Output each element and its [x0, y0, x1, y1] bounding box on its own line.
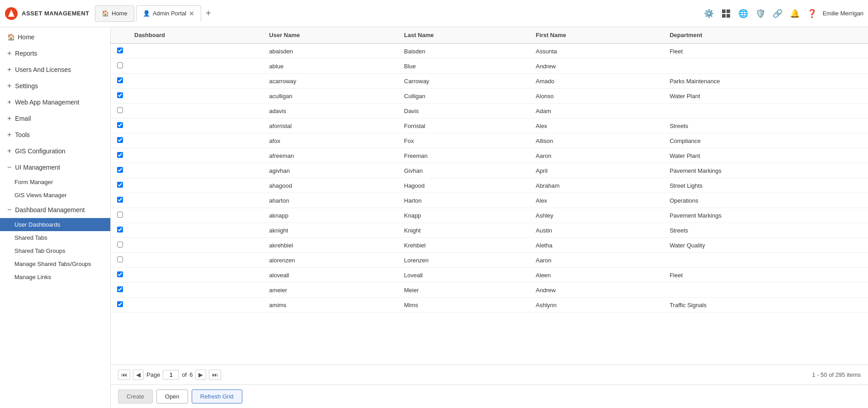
cell-username: amims — [264, 298, 398, 313]
sidebar-item-settings[interactable]: + Settings — [0, 78, 110, 94]
cell-username: adavis — [264, 104, 398, 119]
row-checkbox[interactable] — [117, 62, 123, 68]
shield-icon[interactable]: 🛡️ — [754, 7, 767, 20]
action-bar: Create Open Refresh Grid — [111, 384, 868, 408]
page-number-input[interactable] — [163, 370, 179, 380]
expand-icon-ui: − — [7, 163, 11, 171]
page-first-button[interactable]: ⏮ — [118, 370, 130, 380]
sidebar-item-tools[interactable]: + Tools — [0, 127, 110, 143]
row-checkbox[interactable] — [117, 271, 123, 277]
sidebar-item-manage-links[interactable]: Manage Links — [14, 270, 110, 284]
tab-close-button[interactable]: ✕ — [189, 10, 194, 17]
link-icon[interactable]: 🔗 — [771, 7, 784, 20]
table-row: acarrowayCarrowayAmadoParks Maintenance — [111, 74, 868, 89]
globe-icon[interactable]: 🌐 — [737, 7, 750, 20]
row-checkbox[interactable] — [117, 77, 123, 83]
row-checkbox[interactable] — [117, 242, 123, 247]
row-checkbox[interactable] — [117, 197, 123, 203]
row-checkbox-cell — [111, 223, 129, 238]
cell-username: ameier — [264, 283, 398, 298]
table-row: akrehbielKrehbielAlethaWater Quality — [111, 238, 868, 253]
grid-scroll[interactable]: Dashboard User Name Last Name First Name… — [111, 27, 868, 365]
refresh-grid-button[interactable]: Refresh Grid — [192, 389, 242, 403]
cell-dashboard — [129, 89, 264, 104]
row-checkbox[interactable] — [117, 212, 123, 218]
cell-department: Parks Maintenance — [664, 74, 868, 89]
sidebar-dashboard-label: Dashboard Management — [15, 206, 85, 213]
row-checkbox[interactable] — [117, 122, 123, 128]
top-icons: ⚙️ 🌐 🛡️ 🔗 🔔 ❓ Emilie Merrigan — [703, 7, 863, 20]
help-icon[interactable]: ❓ — [806, 7, 818, 20]
svg-rect-2 — [722, 9, 726, 13]
cell-dashboard — [129, 119, 264, 133]
bell-icon[interactable]: 🔔 — [788, 7, 801, 20]
cell-firstname: Ashlynn — [530, 298, 664, 313]
cell-username: aknapp — [264, 208, 398, 223]
sidebar-item-user-dashboards[interactable]: User Dashboards — [0, 218, 110, 231]
cell-department: Street Lights — [664, 178, 868, 193]
cell-username: akrehbiel — [264, 238, 398, 253]
page-next-button[interactable]: ▶ — [195, 370, 206, 380]
cell-lastname: Freeman — [399, 148, 530, 163]
cell-department: Traffic Signals — [664, 298, 868, 313]
sidebar-item-gis-views[interactable]: GIS Views Manager — [14, 189, 110, 202]
sidebar-item-ui-management[interactable]: − UI Management — [0, 159, 110, 176]
row-checkbox-cell — [111, 104, 129, 119]
sidebar-item-gis-config[interactable]: + GIS Configuration — [0, 143, 110, 159]
sidebar-item-shared-tabs[interactable]: Shared Tabs — [14, 231, 110, 244]
row-checkbox-cell — [111, 163, 129, 178]
row-checkbox[interactable] — [117, 286, 123, 292]
row-checkbox[interactable] — [117, 182, 123, 188]
sidebar-item-home[interactable]: 🏠 Home — [0, 29, 110, 45]
page-last-button[interactable]: ⏭ — [209, 370, 221, 380]
row-checkbox[interactable] — [117, 107, 123, 113]
logo-area: ASSET MANAGEMENT — [5, 7, 95, 20]
sidebar-item-manage-shared[interactable]: Manage Shared Tabs/Groups — [14, 257, 110, 270]
cell-firstname: Andrew — [530, 59, 664, 74]
row-checkbox-cell — [111, 119, 129, 133]
grid-view-icon[interactable] — [720, 7, 732, 20]
row-checkbox[interactable] — [117, 256, 123, 262]
cell-department: Water Plant — [664, 148, 868, 163]
new-tab-button[interactable]: + — [203, 8, 214, 19]
cell-lastname: Harton — [399, 193, 530, 208]
tab-admin-portal[interactable]: 👤 Admin Portal ✕ — [136, 5, 201, 22]
row-checkbox[interactable] — [117, 167, 123, 173]
row-checkbox[interactable] — [117, 47, 123, 53]
tab-home[interactable]: 🏠 Home — [95, 5, 134, 22]
sidebar-item-webapp[interactable]: + Web App Management — [0, 94, 110, 110]
table-row: ahartonHartonAlexOperations — [111, 193, 868, 208]
settings-icon[interactable]: ⚙️ — [703, 7, 715, 20]
cell-department — [664, 59, 868, 74]
sidebar-item-users-licenses[interactable]: + Users And Licenses — [0, 62, 110, 78]
cell-firstname: Austin — [530, 223, 664, 238]
row-checkbox[interactable] — [117, 92, 123, 98]
row-checkbox[interactable] — [117, 301, 123, 307]
row-checkbox[interactable] — [117, 227, 123, 232]
cell-dashboard — [129, 43, 264, 59]
sidebar-item-form-manager[interactable]: Form Manager — [14, 176, 110, 189]
sidebar-item-shared-tab-groups[interactable]: Shared Tab Groups — [14, 244, 110, 257]
table-row: aknightKnightAustinStreets — [111, 223, 868, 238]
row-checkbox[interactable] — [117, 137, 123, 143]
table-row: abaisdenBaisdenAssuntaFleet — [111, 43, 868, 59]
page-prev-button[interactable]: ◀ — [133, 370, 144, 380]
sidebar-item-email[interactable]: + Email — [0, 110, 110, 127]
row-checkbox[interactable] — [117, 152, 123, 158]
row-checkbox-cell — [111, 43, 129, 59]
open-button[interactable]: Open — [156, 389, 188, 403]
cell-firstname: Alex — [530, 119, 664, 133]
cell-firstname: April — [530, 163, 664, 178]
sidebar-item-reports[interactable]: + Reports — [0, 45, 110, 62]
sidebar-item-dashboard-mgmt[interactable]: − Dashboard Management — [0, 202, 110, 218]
cell-dashboard — [129, 193, 264, 208]
cell-username: aknight — [264, 223, 398, 238]
cell-dashboard — [129, 148, 264, 163]
create-button[interactable]: Create — [118, 389, 153, 403]
cell-username: ablue — [264, 59, 398, 74]
cell-lastname: Fox — [399, 133, 530, 148]
table-row: ahagoodHagoodAbrahamStreet Lights — [111, 178, 868, 193]
cell-username: ahagood — [264, 178, 398, 193]
table-row: amimsMimsAshlynnTraffic Signals — [111, 298, 868, 313]
cell-dashboard — [129, 253, 264, 268]
